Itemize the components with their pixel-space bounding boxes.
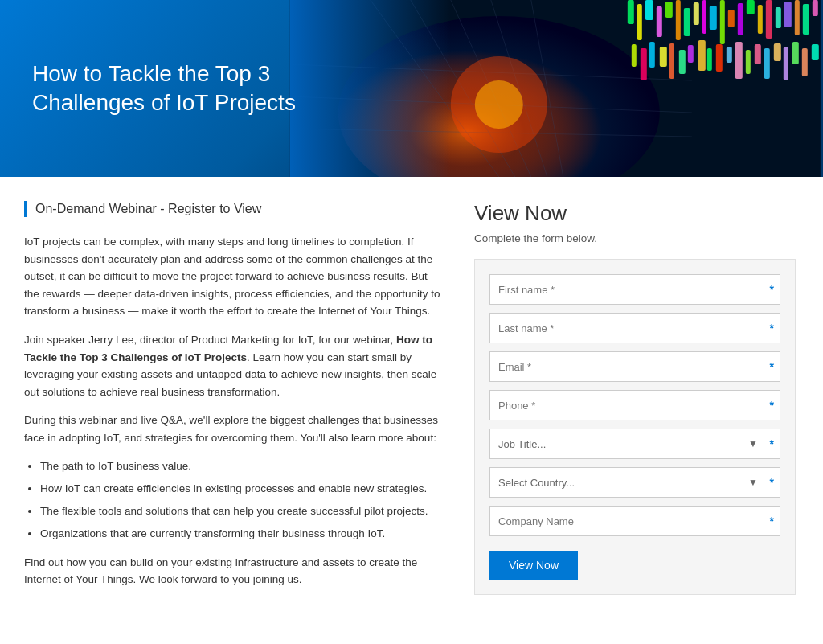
svg-rect-31: [803, 4, 809, 35]
email-required: *: [770, 360, 774, 373]
svg-rect-14: [645, 0, 653, 20]
svg-rect-35: [649, 42, 655, 68]
svg-rect-52: [812, 44, 819, 60]
phone-field: *: [489, 390, 780, 420]
content-paragraph-3: During this webinar and live Q&A, we'll …: [24, 412, 442, 446]
company-field: *: [489, 506, 780, 536]
last-name-required: *: [770, 322, 774, 334]
section-label-bar: [24, 201, 27, 217]
list-item: The path to IoT business value.: [40, 458, 442, 474]
job-title-select[interactable]: Job Title...C-Level/VPDirectorManagerInd…: [489, 429, 780, 459]
phone-input[interactable]: [489, 390, 780, 420]
job-title-wrapper: Job Title...C-Level/VPDirectorManagerInd…: [489, 429, 780, 459]
svg-rect-51: [802, 48, 808, 76]
form-title: View Now: [474, 201, 796, 226]
left-column: On-Demand Webinar - Register to View IoT…: [24, 201, 442, 600]
svg-rect-43: [727, 47, 732, 63]
first-name-input[interactable]: [489, 274, 780, 305]
svg-rect-20: [702, 0, 706, 34]
first-name-required: *: [770, 283, 774, 296]
svg-rect-34: [641, 48, 647, 80]
content-paragraph-4: Find out how you can build on your exist…: [24, 554, 442, 589]
country-field: Select Country...United StatesUnited Kin…: [489, 467, 780, 498]
svg-rect-48: [774, 43, 781, 61]
svg-rect-33: [632, 44, 637, 67]
country-wrapper: Select Country...United StatesUnited Kin…: [489, 467, 780, 498]
svg-rect-32: [813, 0, 818, 16]
section-label: On-Demand Webinar - Register to View: [24, 201, 442, 217]
svg-rect-30: [795, 0, 800, 35]
svg-rect-46: [755, 44, 761, 64]
email-input[interactable]: [489, 351, 780, 382]
banner: How to Tackle the Top 3 Challenges of Io…: [0, 0, 823, 177]
svg-rect-28: [776, 7, 781, 28]
svg-rect-29: [784, 2, 792, 27]
svg-rect-45: [746, 50, 751, 74]
job-title-required: *: [770, 437, 774, 450]
main-content: On-Demand Webinar - Register to View IoT…: [0, 177, 823, 632]
country-select[interactable]: Select Country...United StatesUnited Kin…: [489, 467, 780, 498]
form-subtitle: Complete the form below.: [474, 232, 796, 244]
svg-rect-18: [684, 8, 690, 36]
svg-rect-40: [698, 40, 706, 71]
company-input[interactable]: [489, 506, 780, 536]
svg-rect-41: [707, 48, 712, 71]
svg-rect-44: [735, 42, 743, 79]
submit-button[interactable]: View Now: [489, 551, 578, 580]
svg-rect-16: [665, 2, 673, 18]
right-column: View Now Complete the form below. * * * …: [474, 201, 796, 600]
section-label-text: On-Demand Webinar - Register to View: [35, 202, 261, 216]
content-paragraph-2-start: Join speaker Jerry Lee, director of Prod…: [24, 334, 396, 346]
svg-rect-19: [694, 2, 699, 25]
banner-title: How to Tackle the Top 3 Challenges of Io…: [0, 35, 386, 142]
list-item: Organizations that are currently transfo…: [40, 526, 442, 542]
form-card: * * * * Job Title...C-Level/VPDirectorMa…: [474, 259, 796, 595]
svg-rect-21: [710, 6, 717, 30]
last-name-input[interactable]: [489, 313, 780, 343]
svg-rect-50: [792, 42, 799, 64]
svg-rect-17: [676, 0, 681, 40]
svg-rect-38: [679, 50, 686, 74]
list-item: How IoT can create efficiencies in exist…: [40, 481, 442, 497]
svg-rect-39: [688, 45, 694, 63]
content-paragraph-2: Join speaker Jerry Lee, director of Prod…: [24, 331, 442, 400]
svg-rect-36: [660, 47, 667, 67]
company-required: *: [770, 515, 774, 527]
country-required: *: [770, 476, 774, 489]
phone-required: *: [770, 399, 774, 412]
svg-rect-13: [637, 4, 642, 40]
svg-rect-12: [628, 0, 634, 24]
content-paragraph-1: IoT projects can be complex, with many s…: [24, 233, 442, 320]
bullet-list: The path to IoT business value. How IoT …: [40, 458, 442, 543]
svg-point-11: [475, 80, 523, 129]
svg-rect-26: [758, 5, 763, 34]
svg-rect-47: [764, 48, 770, 79]
job-title-field: Job Title...C-Level/VPDirectorManagerInd…: [489, 429, 780, 459]
list-item: The flexible tools and solutions that ca…: [40, 503, 442, 519]
email-field: *: [489, 351, 780, 382]
last-name-field: *: [489, 313, 780, 343]
svg-rect-15: [657, 6, 662, 37]
svg-rect-42: [716, 44, 723, 72]
svg-rect-49: [784, 47, 788, 80]
first-name-field: *: [489, 274, 780, 305]
svg-rect-27: [766, 0, 772, 39]
svg-rect-25: [747, 0, 755, 14]
svg-rect-23: [728, 10, 735, 27]
svg-rect-22: [720, 0, 725, 44]
svg-rect-37: [669, 43, 674, 79]
svg-rect-24: [738, 3, 743, 35]
